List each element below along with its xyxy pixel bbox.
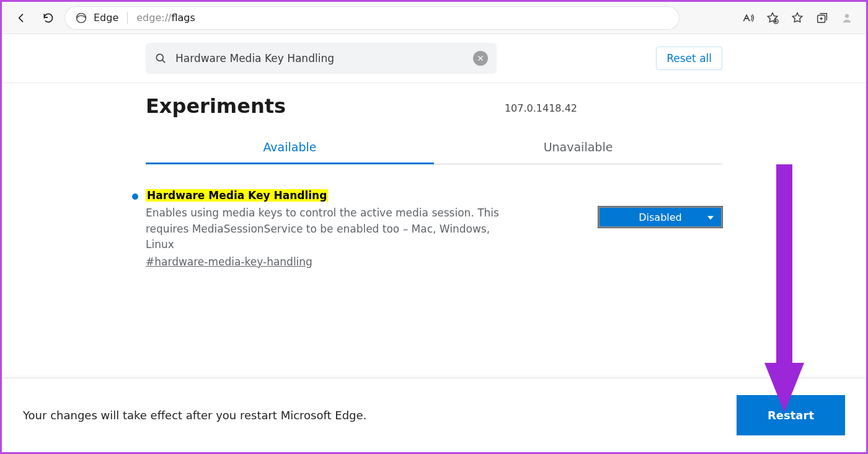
tab-available[interactable]: Available [146, 131, 434, 164]
experiment-row: Hardware Media Key Handling Enables usin… [132, 189, 722, 268]
page-title: Experiments [146, 94, 286, 118]
experiment-state-select[interactable]: Disabled [598, 207, 722, 228]
reset-all-button[interactable]: Reset all [656, 47, 722, 70]
site-identity: Edge [75, 12, 118, 24]
experiment-hash-link[interactable]: #hardware-media-key-handling [146, 256, 312, 268]
search-box[interactable]: Hardware Media Key Handling [146, 43, 497, 74]
tab-unavailable[interactable]: Unavailable [434, 131, 722, 164]
version-text: 107.0.1418.42 [505, 102, 577, 118]
experiment-name: Hardware Media Key Handling [146, 189, 328, 202]
flags-header: Hardware Media Key Handling Reset all [2, 34, 866, 83]
restart-message: Your changes will take effect after you … [23, 409, 366, 422]
collections-icon[interactable] [815, 11, 829, 25]
read-aloud-icon[interactable] [741, 11, 755, 25]
url-text: edge://flags [136, 12, 195, 24]
search-input-value: Hardware Media Key Handling [175, 52, 464, 65]
browser-toolbar: Edge edge://flags [2, 2, 866, 34]
clear-search-button[interactable] [473, 51, 488, 66]
address-bar[interactable]: Edge edge://flags [65, 7, 679, 29]
omnibox-divider [127, 12, 128, 24]
edge-logo-icon [75, 12, 87, 24]
restart-button[interactable]: Restart [737, 395, 845, 435]
title-row: Experiments 107.0.1418.42 [2, 83, 866, 118]
search-icon [154, 52, 167, 65]
close-icon [477, 55, 484, 62]
favorites-icon[interactable] [790, 11, 804, 25]
restart-bar: Your changes will take effect after you … [2, 378, 866, 452]
back-button[interactable] [11, 7, 32, 29]
svg-point-3 [845, 14, 849, 17]
modified-indicator-icon [132, 194, 138, 200]
experiment-list: Hardware Media Key Handling Enables usin… [2, 164, 866, 268]
profile-icon[interactable] [840, 11, 854, 25]
experiment-description: Enables using media keys to control the … [146, 205, 518, 253]
svg-point-0 [77, 13, 86, 22]
site-identity-label: Edge [94, 12, 118, 24]
tabs: Available Unavailable [146, 131, 722, 164]
reload-button[interactable] [38, 7, 59, 29]
toolbar-right-group [741, 11, 857, 25]
add-favorite-icon[interactable] [766, 11, 779, 25]
experiment-state-value: Disabled [639, 211, 682, 223]
page-body: Hardware Media Key Handling Reset all Ex… [2, 34, 866, 452]
